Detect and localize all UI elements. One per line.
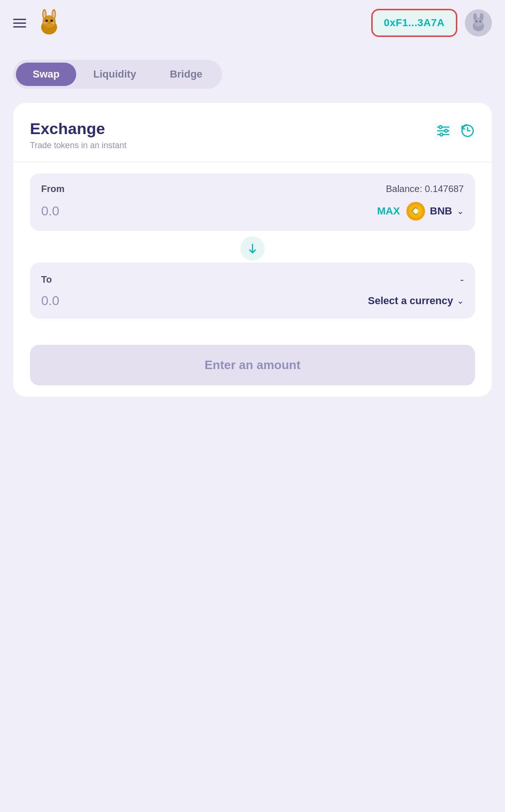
history-icon[interactable]	[460, 123, 475, 142]
currency-chevron-icon: ⌄	[457, 296, 464, 306]
enter-amount-button[interactable]: Enter an amount	[30, 345, 475, 385]
to-dash: -	[460, 273, 464, 286]
swap-direction-button[interactable]	[240, 236, 265, 261]
tab-navigation: Swap Liquidity Bridge	[13, 60, 222, 89]
to-panel-header: To -	[41, 273, 464, 286]
to-amount[interactable]: 0.0	[41, 293, 59, 308]
svg-point-10	[51, 22, 54, 24]
bnb-icon	[406, 202, 425, 221]
svg-point-3	[43, 11, 45, 18]
avatar[interactable]	[465, 9, 492, 36]
svg-point-22	[440, 133, 443, 136]
swap-arrow-container	[30, 236, 475, 261]
currency-selector[interactable]: Select a currency ⌄	[368, 295, 464, 307]
logo[interactable]	[35, 8, 64, 37]
exchange-card: Exchange Trade tokens in an instant	[13, 103, 492, 397]
from-label: From	[41, 184, 65, 194]
header-right: 0xF1...3A7A	[371, 9, 492, 37]
svg-point-21	[445, 129, 447, 132]
balance-display: Balance: 0.147687	[386, 184, 464, 194]
wallet-address-button[interactable]: 0xF1...3A7A	[371, 9, 457, 37]
exchange-title: Exchange	[30, 120, 126, 138]
svg-point-20	[439, 126, 442, 128]
exchange-info: Exchange Trade tokens in an instant	[30, 120, 126, 150]
tab-bridge[interactable]: Bridge	[153, 63, 219, 86]
from-amount[interactable]: 0.0	[41, 204, 59, 219]
main-content: Swap Liquidity Bridge Exchange Trade tok…	[0, 46, 505, 406]
settings-icon[interactable]	[436, 123, 451, 142]
svg-point-8	[48, 22, 50, 23]
svg-point-15	[476, 21, 477, 22]
to-panel: To - 0.0 Select a currency ⌄	[30, 263, 475, 319]
bnb-token-selector[interactable]: BNB ⌄	[406, 202, 464, 221]
exchange-header: Exchange Trade tokens in an instant	[30, 120, 475, 150]
exchange-subtitle: Trade tokens in an instant	[30, 141, 126, 150]
from-panel: From Balance: 0.147687 0.0 MAX	[30, 173, 475, 231]
from-panel-header: From Balance: 0.147687	[41, 184, 464, 194]
to-label: To	[41, 274, 52, 285]
svg-point-14	[480, 13, 483, 21]
svg-point-16	[479, 21, 481, 22]
tab-liquidity[interactable]: Liquidity	[76, 63, 153, 86]
svg-point-6	[45, 20, 48, 22]
svg-point-13	[473, 13, 477, 21]
token-controls: MAX	[377, 202, 464, 221]
to-panel-body: 0.0 Select a currency ⌄	[41, 293, 464, 308]
svg-point-5	[52, 11, 55, 18]
hamburger-menu-icon[interactable]	[13, 19, 26, 28]
tab-swap[interactable]: Swap	[16, 63, 76, 86]
svg-point-7	[50, 20, 53, 22]
token-panels: From Balance: 0.147687 0.0 MAX	[30, 162, 475, 335]
token-name-bnb: BNB	[430, 205, 452, 217]
bnb-chevron-icon: ⌄	[457, 206, 464, 216]
svg-point-9	[43, 22, 46, 24]
header-left	[13, 8, 64, 37]
header: 0xF1...3A7A	[0, 0, 505, 46]
from-panel-body: 0.0 MAX	[41, 202, 464, 221]
max-button[interactable]: MAX	[377, 205, 400, 217]
select-currency-label: Select a currency	[368, 295, 453, 307]
exchange-actions	[436, 120, 475, 142]
